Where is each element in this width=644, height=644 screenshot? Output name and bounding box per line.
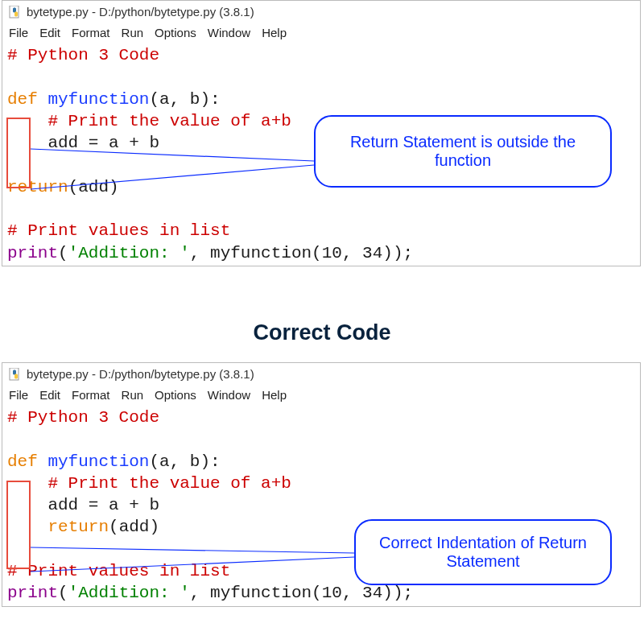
titlebar: bytetype.py - D:/python/bytetype.py (3.8… <box>2 363 640 385</box>
menu-format[interactable]: Format <box>72 388 110 402</box>
menu-options[interactable]: Options <box>155 388 196 402</box>
menu-window[interactable]: Window <box>208 26 250 39</box>
code-text: , myfunction(10, 34)); <box>190 244 413 262</box>
code-text: (add) <box>68 178 119 196</box>
menu-run[interactable]: Run <box>122 388 144 402</box>
callout-error: Return Statement is outside the function <box>314 115 612 188</box>
code-comment: # Print the value of a+b <box>7 112 291 130</box>
code-keyword-def: def <box>7 452 38 471</box>
menu-file[interactable]: File <box>9 388 28 402</box>
code-comment: # Print values in list <box>7 221 230 240</box>
code-string: 'Addition: ' <box>68 244 190 262</box>
code-comment: # Print values in list <box>7 562 230 580</box>
python-file-icon <box>9 368 22 381</box>
code-text: add = a + b <box>7 134 159 152</box>
code-builtin-print: print <box>7 244 58 262</box>
code-keyword-return: return <box>7 178 68 196</box>
menubar: File Edit Format Run Options Window Help <box>2 385 640 405</box>
callout-text: Correct Indentation of Return Statement <box>370 534 596 571</box>
menu-file[interactable]: File <box>9 26 28 39</box>
code-text: ( <box>58 584 68 602</box>
code-text: (a, b): <box>149 90 220 109</box>
menu-options[interactable]: Options <box>155 26 196 39</box>
menu-format[interactable]: Format <box>72 26 110 39</box>
code-text: ( <box>58 244 68 262</box>
section-heading: Correct Code <box>0 320 644 345</box>
menubar: File Edit Format Run Options Window Help <box>2 23 640 43</box>
code-indent <box>7 518 47 536</box>
code-keyword-return: return <box>47 518 109 536</box>
window-title: bytetype.py - D:/python/bytetype.py (3.8… <box>27 5 254 19</box>
menu-help[interactable]: Help <box>262 388 287 402</box>
callout-correct: Correct Indentation of Return Statement <box>354 519 612 585</box>
code-text: (a, b): <box>149 452 220 471</box>
menu-help[interactable]: Help <box>262 26 287 39</box>
code-comment: # Print the value of a+b <box>7 474 291 493</box>
menu-window[interactable]: Window <box>208 388 250 402</box>
menu-edit[interactable]: Edit <box>39 26 60 39</box>
python-file-icon <box>9 6 22 19</box>
code-funcname: myfunction <box>38 90 150 109</box>
callout-text: Return Statement is outside the function <box>330 133 596 170</box>
code-builtin-print: print <box>7 584 58 602</box>
code-text: (add) <box>109 518 159 536</box>
titlebar: bytetype.py - D:/python/bytetype.py (3.8… <box>2 1 640 23</box>
code-keyword-def: def <box>7 90 38 109</box>
code-text: add = a + b <box>7 496 159 514</box>
code-text: , myfunction(10, 34)); <box>190 584 413 602</box>
code-comment: # Python 3 Code <box>7 408 159 427</box>
code-string: 'Addition: ' <box>68 584 190 602</box>
code-funcname: myfunction <box>38 452 150 471</box>
menu-run[interactable]: Run <box>122 26 144 39</box>
menu-edit[interactable]: Edit <box>39 388 60 402</box>
window-title: bytetype.py - D:/python/bytetype.py (3.8… <box>27 367 254 381</box>
code-comment: # Python 3 Code <box>7 46 159 64</box>
